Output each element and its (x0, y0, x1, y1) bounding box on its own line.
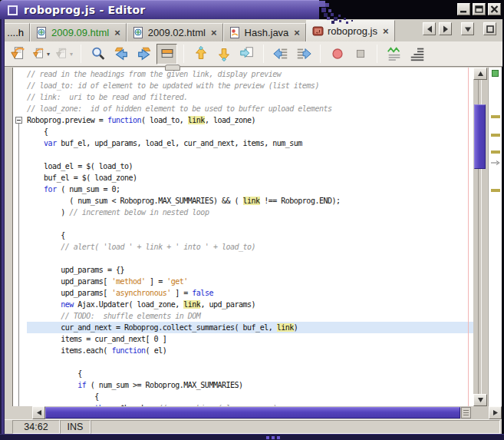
html-file-icon (133, 27, 144, 38)
code-line: load_el = $( load_to) (27, 160, 473, 172)
stop-macro-icon (352, 45, 369, 62)
html-file-icon (36, 27, 48, 38)
vertical-scrollbar[interactable] (473, 68, 487, 406)
overview-marker-strip[interactable] (488, 68, 502, 406)
square-icon (485, 24, 496, 35)
code-line: { (27, 368, 473, 379)
tab-close-icon[interactable]: × (209, 28, 217, 38)
tab-close-icon[interactable]: × (113, 28, 120, 38)
fold-collapse-box[interactable] (15, 117, 22, 124)
code-line: items.each( function( el) (27, 345, 473, 356)
window-bottom-border (0, 434, 504, 440)
status-bar: 34:62 INS (5, 419, 502, 434)
search-match-mark[interactable] (491, 151, 500, 154)
code-line: buf_el = $( load_zone) (27, 172, 473, 184)
tab-overflow-label: ....h (7, 27, 24, 38)
editor-window: roboprog.js - Editor ....h 2009.09.html×… (0, 0, 504, 440)
code-line: // TODO: shuffle elements in DOM (27, 310, 473, 322)
tab-scroll-controls (423, 22, 496, 35)
window-icon (8, 5, 18, 15)
search-match-mark[interactable] (491, 134, 500, 137)
close-button[interactable] (488, 3, 501, 15)
copy-to-buffer-button[interactable] (236, 44, 257, 65)
triangle-down-icon (477, 397, 484, 403)
previous-marker-button[interactable] (190, 44, 211, 65)
load-page-button[interactable] (8, 44, 28, 65)
tab-Hash.java[interactable]: Hash.java× (223, 23, 306, 41)
maximize-button[interactable] (473, 3, 486, 15)
minimize-button[interactable] (457, 3, 470, 15)
caret-position-mark (490, 155, 501, 169)
previous-tab-button[interactable] (423, 22, 436, 35)
code-line: { (27, 391, 473, 402)
tab-list-button[interactable] (461, 22, 474, 35)
highlight-matches-button[interactable] (156, 44, 177, 65)
shift-right-button[interactable] (293, 44, 314, 65)
close-icon (489, 5, 499, 14)
code-line (27, 218, 473, 230)
toolbar-separator (320, 45, 321, 63)
shift-left-button[interactable] (270, 44, 291, 65)
scroll-down-button[interactable] (473, 394, 487, 406)
record-macro-button[interactable] (327, 44, 348, 65)
next-marker-button[interactable] (213, 44, 234, 65)
vertical-scrollbar-thumb[interactable] (474, 104, 486, 169)
titlebar[interactable]: roboprog.js - Editor (0, 0, 504, 19)
save-page-menu-button[interactable]: ▾ (54, 44, 74, 65)
resize-grip-tick[interactable] (272, 436, 275, 439)
tab-2009.02.html[interactable]: 2009.02.html× (127, 23, 223, 41)
wrap-margin-guide (468, 68, 469, 406)
find-previous-button[interactable] (110, 44, 131, 65)
java-file-icon (229, 27, 241, 38)
code-line: upd_params[ 'asynchronous' ] = false (27, 287, 473, 299)
input-mode: INS (68, 422, 84, 432)
copy-to-buffer-icon (239, 45, 255, 62)
load-page-menu-button[interactable]: ▾ (31, 44, 51, 65)
tab-close-icon[interactable]: × (381, 26, 389, 36)
resize-grip-tick[interactable] (266, 436, 269, 439)
find-next-button[interactable] (133, 44, 154, 65)
tab-2009.09.html[interactable]: 2009.09.html× (30, 23, 127, 41)
code-line: // alert( 'load ' + link + ' into ' + lo… (27, 241, 473, 253)
tab-overflow[interactable]: ....h (2, 23, 30, 41)
maximize-view-button[interactable] (483, 22, 496, 35)
scroll-up-button[interactable] (473, 68, 487, 80)
stop-macro-button[interactable] (350, 44, 371, 65)
js-file-icon (312, 25, 324, 37)
text-area[interactable]: // read in the headings from the given l… (12, 68, 473, 406)
toolbar-separator (263, 45, 264, 63)
search-button[interactable] (87, 44, 108, 65)
next-tab-button[interactable] (439, 22, 452, 35)
code-line: upd_params = {} (27, 264, 473, 276)
indent-lines-icon (409, 45, 426, 62)
code-line: if ( num_sum >= Roboprog.MAX_SUMMARIES) (27, 379, 473, 391)
maximize-icon (474, 5, 484, 14)
tab-roboprog.js[interactable]: roboprog.js× (306, 20, 395, 41)
horizontal-scrollbar[interactable] (12, 406, 502, 419)
load-page-menu-icon (32, 45, 46, 62)
indent-lines-button[interactable] (407, 44, 427, 65)
caret-position-cell[interactable]: 34:62 (12, 420, 60, 434)
code-line: ) // increment below in nested loop (27, 207, 473, 218)
tab-label: 2009.09.html (51, 27, 109, 38)
scroll-right-button[interactable] (489, 406, 502, 419)
toggle-whitespace-button[interactable] (384, 44, 404, 65)
toolbar-separator (183, 45, 184, 63)
shift-right-icon (295, 45, 312, 62)
code-area[interactable]: // read in the headings from the given l… (25, 68, 473, 406)
horizontal-scrollbar-thumb[interactable] (45, 407, 460, 418)
editor-pane: // read in the headings from the given l… (5, 67, 502, 419)
scroll-left-button[interactable] (32, 406, 45, 419)
find-previous-icon (113, 45, 130, 62)
resize-grip-tick[interactable] (277, 436, 280, 439)
window-controls (457, 3, 501, 15)
fold-gutter[interactable] (13, 68, 25, 406)
tab-close-icon[interactable]: × (292, 28, 300, 38)
tab-label: Hash.java (245, 27, 289, 38)
minimize-icon (459, 5, 469, 14)
search-match-mark[interactable] (491, 189, 500, 192)
scrollbar-grip[interactable] (461, 407, 471, 418)
search-match-mark[interactable] (491, 115, 500, 118)
input-mode-cell[interactable]: INS (60, 420, 91, 434)
splitter-handle[interactable] (165, 65, 180, 71)
